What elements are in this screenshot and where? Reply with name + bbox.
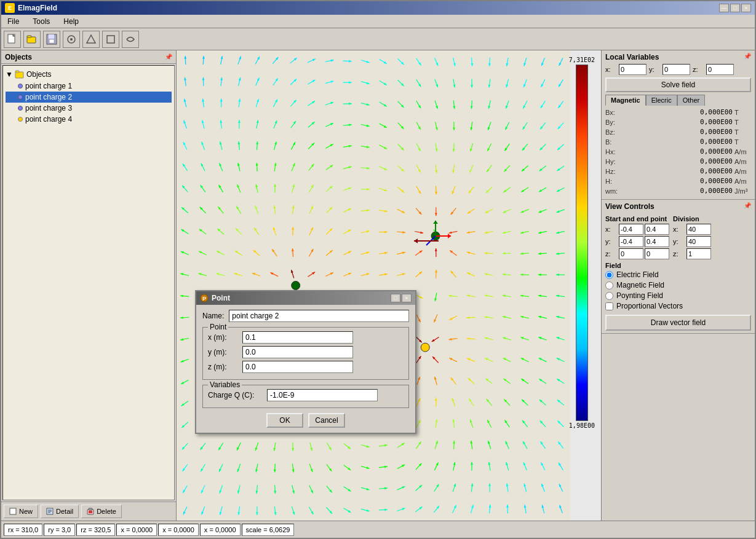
title-bar: E ElmagField — □ ×: [1, 1, 755, 15]
minimize-button[interactable]: —: [719, 4, 729, 12]
field-value-3: 0,000E00: [624, 138, 733, 146]
menu-file[interactable]: File: [4, 16, 23, 27]
toolbar-new[interactable]: [4, 31, 21, 48]
vc-z-start[interactable]: [619, 248, 643, 259]
proportional-row: Proportional Vectors: [605, 302, 751, 310]
tree-label-0: point charge 1: [25, 82, 72, 90]
new-button[interactable]: New: [4, 505, 38, 518]
charge-input[interactable]: [267, 389, 378, 401]
canvas-area[interactable]: 7,31E02 1,98E00 P Point □: [177, 50, 601, 521]
field-value-7: 0,000E00: [624, 177, 733, 185]
status-x2: x = 0,0000: [158, 524, 199, 536]
tab-other[interactable]: Other: [677, 95, 706, 106]
div-x-input[interactable]: [686, 224, 711, 235]
div-y-label: y:: [673, 238, 685, 245]
pin-icon[interactable]: 📌: [165, 53, 172, 60]
lv-x-label: x:: [605, 66, 616, 73]
vc-z-end[interactable]: [645, 248, 669, 259]
menu-tools[interactable]: Tools: [29, 16, 54, 27]
detail-button[interactable]: Detail: [41, 505, 79, 518]
status-bar: rx = 310,0 ry = 3,0 rz = 320,5 x = 0,000…: [1, 521, 755, 538]
tree-dot-0: [18, 84, 23, 89]
objects-title: Objects: [5, 53, 32, 61]
new-icon: [9, 508, 17, 515]
lv-y-input[interactable]: [662, 64, 690, 75]
toolbar-obj2[interactable]: [82, 31, 100, 48]
radio-magnetic-input[interactable]: [605, 281, 613, 289]
field-label-0: Bx:: [605, 109, 624, 116]
dialog-title-text: P Point: [200, 294, 230, 302]
y-input[interactable]: [242, 346, 353, 358]
z-input[interactable]: [242, 361, 353, 373]
toolbar-obj3[interactable]: [102, 31, 119, 48]
delete-button[interactable]: Delete: [81, 505, 122, 518]
field-label-5: Hy:: [605, 158, 624, 165]
vc-x-start[interactable]: [619, 224, 643, 235]
canvas-wrapper: 7,31E02 1,98E00 P Point □: [177, 50, 601, 521]
div-z-input[interactable]: [686, 248, 711, 259]
x-row: x (m):: [208, 331, 404, 344]
tree-label-2: point charge 3: [25, 104, 72, 112]
field-unit-8: J/m³: [733, 187, 751, 195]
tree-expand-icon[interactable]: ▼: [6, 70, 13, 79]
maximize-button[interactable]: □: [730, 4, 740, 12]
proportional-checkbox[interactable]: [605, 302, 613, 310]
status-x1: x = 0,0000: [116, 524, 157, 536]
field-canvas[interactable]: [177, 50, 570, 521]
radio-electric-input[interactable]: [605, 271, 613, 279]
tree-item-0[interactable]: point charge 1: [6, 81, 172, 92]
tree-dot-3: [18, 117, 23, 122]
draw-vector-field-button[interactable]: Draw vector field: [605, 315, 751, 331]
x-input[interactable]: [242, 331, 353, 344]
name-input[interactable]: [229, 310, 409, 322]
radio-magnetic-label: Magnetic Field: [616, 281, 664, 289]
colorbar-top-value: 7,31E02: [569, 57, 595, 63]
svg-point-8: [70, 38, 73, 41]
ok-button[interactable]: OK: [266, 413, 303, 428]
field-value-2: 0,000E00: [624, 128, 733, 136]
lv-x-input[interactable]: [619, 64, 647, 75]
dialog-close-btn[interactable]: ×: [402, 294, 412, 302]
svg-rect-10: [107, 36, 114, 43]
view-controls-pin[interactable]: 📌: [744, 202, 751, 211]
status-scale: scale = 6,0629: [242, 524, 295, 536]
tree-folder-icon: [15, 69, 25, 79]
cancel-button[interactable]: Cancel: [308, 413, 345, 428]
tree-dot-2: [18, 106, 23, 111]
radio-magnetic: Magnetic Field: [605, 281, 751, 289]
field-row-1: By: 0,000E00 T: [605, 118, 751, 126]
vc-y-start[interactable]: [619, 236, 643, 247]
solve-button[interactable]: Solve field: [605, 77, 751, 92]
view-controls-title: View Controls: [605, 202, 655, 211]
toolbar-obj4[interactable]: [122, 31, 139, 48]
tab-magnetic[interactable]: Magnetic: [605, 95, 646, 106]
vc-y-end[interactable]: [645, 236, 669, 247]
tree-item-2[interactable]: point charge 3: [6, 103, 172, 114]
tab-electric[interactable]: Elecric: [646, 95, 677, 106]
toolbar-obj1[interactable]: [63, 31, 80, 48]
vc-x-end[interactable]: [645, 224, 669, 235]
tree-item-1[interactable]: point charge 2: [6, 92, 172, 103]
close-button[interactable]: ×: [741, 4, 751, 12]
toolbar-open[interactable]: [23, 31, 41, 48]
local-vars-pin[interactable]: 📌: [744, 53, 751, 61]
status-ry: ry = 3,0: [44, 524, 75, 536]
div-x-label: x:: [673, 226, 685, 233]
div-y-input[interactable]: [686, 236, 711, 247]
y-row: y (m):: [208, 346, 404, 358]
svg-rect-5: [49, 34, 54, 39]
radio-electric: Electric Field: [605, 270, 751, 279]
tree-root: ▼ Objects: [6, 68, 172, 81]
field-value-4: 0,000E00: [624, 148, 733, 155]
menu-help[interactable]: Help: [60, 16, 82, 27]
charge-label: Charge Q (C):: [208, 391, 263, 399]
field-row-5: Hy: 0,000E00 A/m: [605, 157, 751, 165]
tree-item-3[interactable]: point charge 4: [6, 114, 172, 125]
toolbar-save[interactable]: [43, 31, 60, 48]
toolbar: [1, 28, 755, 50]
division-title: Division: [673, 215, 711, 222]
point-group: Point x (m): y (m): z (: [202, 327, 409, 380]
radio-poynting-input[interactable]: [605, 292, 613, 300]
dialog-restore-btn[interactable]: □: [391, 294, 400, 302]
lv-z-input[interactable]: [706, 64, 734, 75]
